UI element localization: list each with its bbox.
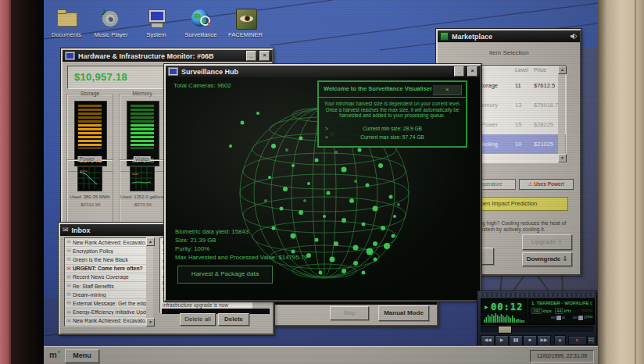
faceminer-button-bar: Skip Manual Mode [275, 305, 437, 325]
harvest-package-button[interactable]: Harvest & Package data [177, 266, 273, 284]
stop-button[interactable]: ■ [523, 335, 537, 346]
next-track-button[interactable]: ▶▶ [537, 335, 551, 346]
play-button[interactable]: ▶ [495, 335, 509, 346]
stat-line: Max Harvested and Processed Value: $1479… [175, 253, 307, 262]
player-time: 00:12 [491, 302, 523, 312]
power-cost: -$2312.96 [67, 202, 113, 207]
column-level: Level [515, 67, 528, 73]
samplerate-value: 44 [555, 308, 563, 314]
email-row[interactable]: ✉Dream-mining [65, 291, 146, 299]
upgrade-button[interactable]: Upgrade ⇧ [522, 234, 572, 250]
skip-button[interactable]: Skip [330, 306, 369, 320]
stat-line: Biometric data yield: 15843 [175, 227, 307, 236]
window-surveillance-hub: Surveillance Hub _ × Total Cameras: 9602 [164, 64, 481, 302]
taskbar: m Menu 12/02/1999, 22:31:09 [44, 346, 598, 364]
hardware-titlebar[interactable]: Hardware & Infrastructure Monitor: #06B … [63, 50, 272, 62]
menu-button[interactable]: Menu [65, 349, 99, 363]
stat-line: Size: 21.39 GB [175, 236, 307, 244]
current-min-size: Current min size: 28.9 GB [363, 126, 422, 131]
table-scrollbar[interactable]: ▲ ▼ [558, 66, 565, 161]
email-row[interactable]: ✉Green is the New Black [65, 255, 146, 264]
email-row[interactable]: ✉New Rank Achieved: Excavato... [65, 317, 146, 326]
email-list: ✉New Rank Achieved: Excavato... ✉Encrypt… [64, 237, 147, 327]
desktop: Documents ♪ Music Player System Surveill… [44, 0, 598, 346]
desktop-icon-documents[interactable]: Documents [45, 8, 88, 45]
email-row[interactable]: ✉External Message: Get the edge... [65, 299, 146, 308]
hardware-title: Hardware & Infrastructure Monitor: #06B [78, 52, 214, 60]
power-chart [77, 166, 102, 191]
desktop-icon-surveillance[interactable]: Surveillance [179, 8, 223, 45]
warning-icon: ⚠ [96, 157, 100, 162]
monitor-icon [168, 67, 178, 76]
music-cd-icon: ♪ [99, 8, 123, 30]
minimize-button[interactable]: _ [246, 51, 256, 61]
water-group: Water Used: 1352.0 gallons -$270.54 [119, 159, 166, 223]
email-row[interactable]: ✉New Rank Achieved: Excavato... [65, 238, 146, 247]
close-icon[interactable]: × [259, 51, 270, 61]
current-max-size: Current max size: 57.74 GB [360, 134, 424, 140]
desktop-icon-faceminer[interactable]: FACEMINER [224, 8, 267, 45]
pause-button[interactable]: ▮▮ [509, 335, 523, 346]
shuffle-toggle[interactable]: SHUFFLE [568, 336, 587, 345]
player-info-display: 1. TEKRIDER - WORKLIFE (3:48) 192kbps 44… [528, 298, 595, 325]
player-titlebar[interactable] [479, 293, 595, 297]
globe-magnifier-icon [189, 8, 213, 30]
water-chart [130, 166, 155, 191]
email-row[interactable]: ✉Re: Staff Benefits [65, 282, 146, 291]
minimize-button[interactable]: _ [454, 66, 464, 77]
prompt-icon: > [325, 134, 328, 140]
power-used: Used: 380.35 MWh [67, 194, 113, 199]
email-row[interactable]: ✉Recent News Coverage [65, 273, 146, 282]
samplerate-unit: kHz [564, 309, 571, 313]
marketplace-icon [440, 32, 449, 41]
speaker-icon[interactable] [570, 33, 578, 40]
surveillance-titlebar[interactable]: Surveillance Hub _ × [166, 66, 480, 77]
documents-folder-icon [55, 8, 78, 30]
delete-button[interactable]: Delete [218, 313, 249, 326]
harvest-stats: Biometric data yield: 15843 Size: 21.39 … [175, 227, 307, 262]
crt-screen: Documents ♪ Music Player System Surveill… [44, 0, 598, 364]
icon-label: Surveillance [179, 31, 223, 38]
previous-track-button[interactable]: ◀◀ [481, 335, 495, 346]
scroll-down-icon[interactable]: ▼ [558, 154, 567, 162]
eject-button[interactable]: ▲ [554, 335, 566, 346]
email-row-urgent[interactable]: ✉URGENT: High Electricity Usage [65, 326, 146, 327]
dialog-body: Your min/max harvest size is dependent o… [324, 101, 461, 119]
dialog-divider [319, 97, 466, 98]
scroll-up-icon[interactable]: ▲ [558, 66, 567, 74]
eq-toggle[interactable]: EQ [587, 336, 596, 345]
player-time-display: ▶ 00:12 [481, 298, 528, 325]
manual-mode-button[interactable]: Manual Mode [378, 305, 429, 321]
close-icon[interactable]: × [467, 66, 478, 77]
eye-icon [234, 8, 257, 30]
email-row-urgent[interactable]: ✉URGENT: Come here often? [65, 265, 146, 273]
total-cameras: Total Cameras: 9602 [174, 82, 231, 89]
marketplace-titlebar[interactable]: Marketplace [438, 30, 580, 42]
power-label: Power [79, 156, 95, 162]
monitor-bezel-right [598, 0, 644, 364]
prompt-icon: > [325, 126, 328, 131]
balance-slider[interactable] [551, 316, 565, 319]
desktop-icon-music-player[interactable]: ♪ Music Player [89, 8, 133, 45]
bitrate-value: 192 [531, 308, 542, 314]
email-list-scrollbar[interactable]: ▲ ▼ [146, 237, 153, 325]
water-used: Used: 1352.0 gallons [120, 194, 165, 199]
scroll-up-icon[interactable]: ▲ [146, 237, 155, 246]
preview-pane-edge [162, 309, 270, 314]
seek-thumb[interactable] [498, 326, 512, 334]
email-row[interactable]: ✉Energy-Efficiency Initiative Upd... [65, 309, 146, 317]
email-row[interactable]: ✉Encryption Policy [65, 247, 146, 255]
surveillance-viewport: Total Cameras: 9602 [166, 77, 480, 300]
water-cost: -$270.54 [120, 202, 165, 207]
downgrade-button[interactable]: Downgrade ⇩ [522, 252, 572, 266]
desktop-icon-system[interactable]: System [134, 8, 178, 45]
taskbar-clock: 12/02/1999, 22:31:09 [530, 350, 594, 362]
play-indicator-icon: ▶ [485, 304, 488, 309]
delete-all-button[interactable]: Delete all [180, 313, 216, 326]
item-selection-title: Item Selection [438, 49, 580, 56]
column-price: Price [534, 67, 546, 73]
volume-slider[interactable] [573, 316, 587, 319]
scroll-down-icon[interactable]: ▼ [146, 318, 155, 327]
seek-bar[interactable] [481, 326, 593, 332]
dialog-close-button[interactable]: × [432, 84, 462, 95]
